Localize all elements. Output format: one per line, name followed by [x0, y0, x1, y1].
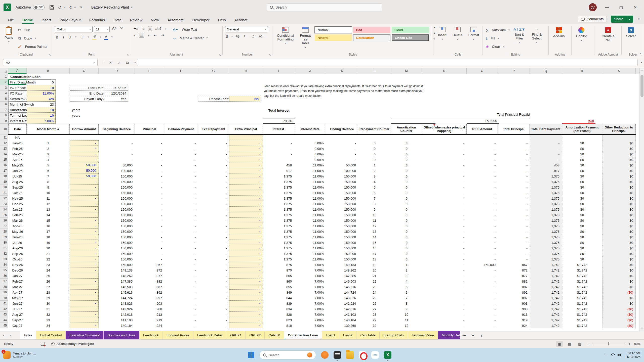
tabs-scroll-left-icon[interactable]: ‹ — [0, 331, 8, 339]
cell[interactable]: - — [70, 312, 99, 317]
maximize-button[interactable]: ▢ — [617, 5, 625, 10]
cell[interactable]: - — [229, 256, 263, 262]
start-button[interactable] — [248, 352, 254, 358]
cell[interactable]: - — [229, 317, 263, 323]
font-size-select[interactable]: 11∨ — [94, 26, 110, 32]
row-header-40[interactable]: 40 — [0, 295, 8, 301]
row-header-11[interactable]: 11 — [0, 135, 8, 140]
cell[interactable]: - — [229, 267, 263, 273]
column-header-N[interactable]: N — [422, 68, 467, 74]
file-explorer-icon[interactable] — [346, 351, 354, 359]
cell[interactable]: - — [70, 262, 99, 267]
zoom-out-button[interactable]: − — [586, 342, 589, 346]
formula-enter-icon[interactable]: ✓ — [115, 59, 123, 66]
fill-button[interactable]: ⤓Fill∨ — [485, 35, 510, 41]
cell[interactable]: - — [229, 245, 263, 251]
align-middle-icon[interactable]: ≡ — [142, 26, 145, 31]
decrease-font-icon[interactable]: A˅ — [119, 26, 124, 32]
underline-button[interactable]: U — [68, 35, 72, 39]
param-input-cell[interactable]: 7.00% — [27, 118, 56, 124]
cell[interactable]: - — [70, 295, 99, 301]
row-header-45[interactable]: 45 — [0, 323, 8, 328]
ribbon-options-icon[interactable]: ✦ — [637, 17, 640, 21]
zoom-level[interactable]: 90% — [634, 342, 640, 346]
ribbon-tab-developer[interactable]: Developer — [188, 16, 214, 24]
style-calculation[interactable]: Calculation — [353, 34, 390, 41]
row-header-5[interactable]: 5 — [0, 96, 8, 102]
sort-filter-button[interactable]: A⇂Z▼Sort & Filter∨ — [512, 26, 527, 45]
scroll-up-icon[interactable]: ▲ — [640, 68, 644, 73]
column-header-F[interactable]: F — [164, 68, 198, 74]
ribbon-tab-insert[interactable]: Insert — [37, 16, 55, 24]
cell[interactable]: - — [70, 207, 99, 212]
row-header-41[interactable]: 41 — [0, 301, 8, 306]
qat-customize-icon[interactable]: ⊽ — [80, 6, 82, 9]
delete-cells-button[interactable]: Delete∨ — [451, 26, 464, 41]
font-dialog-launcher[interactable]: ↘ — [127, 53, 129, 56]
row-header-25[interactable]: 25 — [0, 212, 8, 218]
cell[interactable]: - — [229, 151, 263, 157]
cell[interactable]: - — [70, 240, 99, 245]
column-header-J[interactable]: J — [294, 68, 326, 74]
tabbar-splitter-icon[interactable]: ⋮ — [477, 331, 486, 339]
cell[interactable]: - — [70, 279, 99, 284]
row-header-15[interactable]: 15 — [0, 157, 8, 162]
orientation-icon[interactable]: ab⤴ — [154, 26, 162, 31]
param-input-cell[interactable]: 18 — [27, 85, 56, 90]
new-sheet-button[interactable]: + — [469, 331, 477, 339]
namebox-chevron-icon[interactable]: ∨ — [93, 61, 95, 64]
wifi-icon[interactable] — [611, 353, 615, 356]
cell[interactable]: - — [229, 179, 263, 185]
redo-button[interactable]: ↻ — [69, 5, 72, 10]
recast-input-cell[interactable]: No — [229, 96, 260, 102]
column-header-I[interactable]: I — [263, 68, 294, 74]
ribbon-tab-data[interactable]: Data — [109, 16, 126, 24]
format-cells-button[interactable]: Format∨ — [466, 26, 481, 41]
cell[interactable]: - — [70, 223, 99, 229]
row-header-12[interactable]: 12 — [0, 140, 8, 146]
param-input-cell[interactable]: 10 — [27, 107, 56, 113]
row-header-1[interactable]: 1 — [0, 74, 8, 79]
cell[interactable]: - — [229, 262, 263, 267]
redo-chevron-icon[interactable]: ∨ — [74, 6, 76, 9]
notes-app-icon[interactable] — [334, 351, 341, 359]
column-header-B[interactable]: B — [27, 68, 70, 74]
addins-button[interactable]: Add-ins — [551, 26, 567, 39]
sheet-tab-global-control[interactable]: Global Control — [36, 331, 66, 339]
row-header-21[interactable]: 21 — [0, 190, 8, 196]
cell[interactable]: 50,000 — [70, 162, 99, 168]
worksheet-grid[interactable]: ABCDEFGHIJKLMNOPQRS 12345678910111213141… — [0, 68, 639, 331]
column-headers[interactable]: ABCDEFGHIJKLMNOPQRS — [8, 68, 639, 74]
row-header-28[interactable]: 28 — [0, 229, 8, 234]
cell[interactable]: 50,000 — [70, 168, 99, 173]
sheet-tab-startup-costs[interactable]: Startup Costs — [380, 331, 408, 339]
clipboard-dialog-launcher[interactable]: ↘ — [49, 53, 51, 56]
cell[interactable]: - — [229, 234, 263, 240]
row-header-6[interactable]: 6 — [0, 102, 8, 107]
column-header-G[interactable]: G — [198, 68, 229, 74]
sheet-tab-monthly-det[interactable]: Monthly Det — [438, 331, 460, 339]
sheet-tab-loan1[interactable]: Loan1 — [322, 331, 339, 339]
row-header-29[interactable]: 29 — [0, 234, 8, 240]
align-top-icon[interactable]: 🞁≡ — [133, 26, 139, 31]
cell[interactable]: - — [229, 157, 263, 162]
column-header-M[interactable]: M — [391, 68, 422, 74]
page-break-view-button[interactable]: ▥ — [576, 341, 583, 347]
row-header-31[interactable]: 31 — [0, 245, 8, 251]
cell[interactable]: - — [70, 290, 99, 295]
column-header-D[interactable]: D — [99, 68, 135, 74]
style-check-cell[interactable]: Check Cell — [392, 34, 429, 41]
row-header-13[interactable]: 13 — [0, 146, 8, 151]
collapse-ribbon-icon[interactable]: ⌃̲ — [639, 53, 641, 56]
row-header-32[interactable]: 32 — [0, 251, 8, 256]
row-header-19[interactable]: 19 — [0, 179, 8, 185]
row-header-18[interactable]: 18 — [0, 173, 8, 179]
share-button[interactable]: Share∨ — [611, 16, 633, 23]
style-normal[interactable]: Normal — [315, 27, 352, 33]
row-header-37[interactable]: 37 — [0, 279, 8, 284]
active-cell-outline[interactable] — [8, 79, 26, 85]
row-header-43[interactable]: 43 — [0, 312, 8, 317]
find-select-button[interactable]: ⌕Find & Select∨ — [529, 26, 545, 45]
cell[interactable]: - — [70, 317, 99, 323]
row-header-33[interactable]: 33 — [0, 256, 8, 262]
